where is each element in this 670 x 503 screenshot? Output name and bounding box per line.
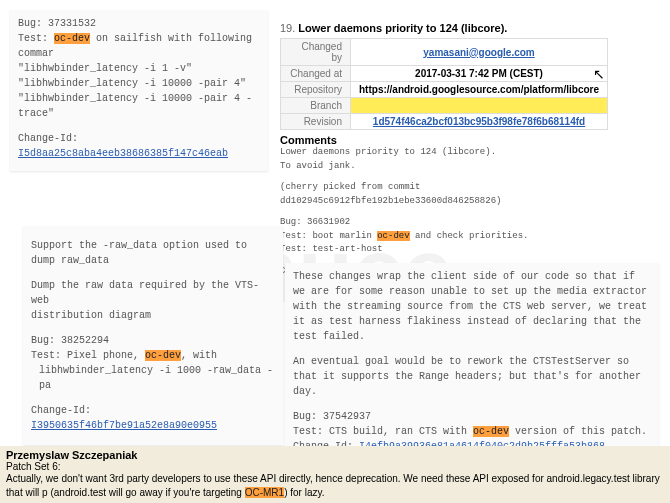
field-label: Changed at [281,66,351,82]
desc-paragraph: An eventual goal would be to rework the … [293,354,651,399]
highlight-oc-dev: oc-dev [54,33,90,44]
desc-line: distribution diagram [31,308,275,323]
metadata-table: Changed byyamasani@google.com Changed at… [280,38,608,130]
repo-value: https://android.googlesource.com/platfor… [359,84,599,95]
test-prefix: Test: boot marlin [280,231,377,241]
test-label: Test: [18,33,48,44]
bug-label: Bug: [18,18,48,29]
commit-title: Lower daemons priority to 124 (libcore). [298,22,507,34]
mouse-cursor-icon: ↖ [593,66,605,82]
comment-line: Lower daemons priority to 124 (libcore). [280,146,615,160]
cmd-line: "libhwbinder_latency -i 10000 -pair 4" [18,76,260,91]
desc-line: Support the -raw_data option used to dum… [31,238,275,268]
highlight-oc-dev: oc-dev [145,350,181,361]
bug-line: Bug: 36631902 [280,216,615,230]
test-suffix: and check priorities. [410,231,529,241]
field-label: Changed by [281,39,351,66]
comment-suffix: ) for lazy. [284,487,324,498]
changed-at-value: 2017-03-31 7:42 PM (CEST) [415,68,543,79]
branch-value [351,98,608,114]
field-label: Revision [281,114,351,130]
commit-detail-panel: 19. Lower daemons priority to 124 (libco… [280,22,615,278]
desc-paragraph: These changes wrap the client side of ou… [293,269,651,344]
highlight-oc-dev: oc-dev [377,231,409,241]
cmd-line: libhwbinder_latency -i 1000 -raw_data -p… [31,363,275,393]
highlight-oc-mr1: OC-MR1 [245,487,284,498]
change-id-label: Change-Id: [31,405,91,416]
bug-id: 37331532 [48,18,96,29]
comment-line: (cherry picked from commit dd102945c6912… [280,181,615,208]
change-id-link[interactable]: I5d8aa25c8aba4eeb38686385f147c46eab [18,148,228,159]
reviewer-name: Przemyslaw Szczepaniak [6,449,664,461]
test-suffix: version of this patch. [509,426,647,437]
cmd-line: "libhwbinder_latency -i 1 -v" [18,61,260,76]
cmd-line: "libhwbinder_latency -i 10000 -pair 4 -t… [18,91,260,121]
test-line: Test: test-art-host [280,243,615,257]
revision-link[interactable]: 1d574f46ca2bcf013bc95b3f98fe78f6b68114fd [373,116,585,127]
test-prefix: Test: Pixel phone, [31,350,145,361]
comment-text: Actually, we don't want 3rd party develo… [6,473,660,498]
commit-card-2: Support the -raw_data option used to dum… [23,226,283,445]
change-id-label: Change-Id: [18,133,78,144]
test-suffix: , with [181,350,217,361]
list-number: 19. [280,22,295,34]
field-label: Repository [281,82,351,98]
changed-by-link[interactable]: yamasani@google.com [423,47,534,58]
comment-line: To avoid jank. [280,160,615,174]
commit-card-1: Bug: 37331532 Test: oc-dev on sailfish w… [10,10,268,171]
comments-heading: Comments [280,134,615,146]
test-prefix: Test: CTS build, ran CTS with [293,426,473,437]
change-id-link[interactable]: I3950635f46bf7be91a52e8a90e0955 [31,420,217,431]
review-comment-footer: Przemyslaw Szczepaniak Patch Set 6: Actu… [0,446,670,503]
bug-line: Bug: 37542937 [293,409,651,424]
patch-set-label: Patch Set 6: [6,461,664,472]
field-label: Branch [281,98,351,114]
bug-line: Bug: 38252294 [31,333,275,348]
highlight-oc-dev: oc-dev [473,426,509,437]
desc-line: Dump the raw data required by the VTS-we… [31,278,275,308]
